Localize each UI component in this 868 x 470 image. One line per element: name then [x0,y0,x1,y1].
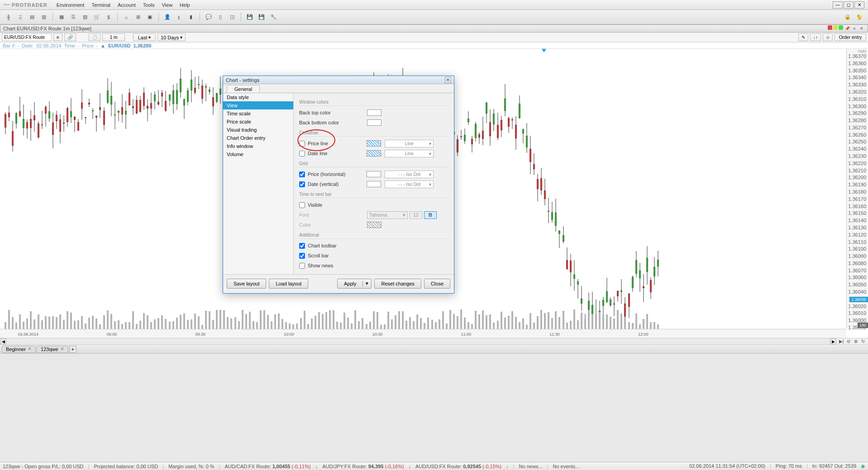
close-dialog-button[interactable]: Close [424,279,450,289]
tool-list-icon[interactable]: ☰ [68,12,78,22]
tool-candle-icon[interactable]: Ξ [15,12,25,22]
tool-saveas-icon[interactable]: 💾 [257,12,267,22]
menu-help[interactable]: Help [180,2,190,8]
tool-save-icon[interactable]: 💾 [245,12,255,22]
timeframe-select[interactable]: 1 m [102,33,125,41]
tool-news-icon[interactable]: ▦ [57,12,67,22]
tool-doc-icon[interactable]: ▯ [215,12,225,22]
price-horizontal-checkbox[interactable] [299,171,305,177]
x-axis[interactable]: 02.06.201409:0009:3010:0010:3011:0011:30… [0,329,846,338]
time-color-swatch[interactable] [367,222,382,228]
panel-close-icon[interactable]: ✕ [858,25,865,32]
chart-scrollbar[interactable]: ◀ ▶ ▶| ⊖ ⊕ ↻ [0,338,868,345]
panel-menu-icon[interactable]: ≡ [851,25,858,32]
font-select[interactable]: Tahoma [367,211,408,219]
scroll-track[interactable] [6,338,830,344]
panel-pill-yellow[interactable] [833,25,838,30]
menu-terminal[interactable]: Terminal [91,2,110,8]
tool-user-icon[interactable]: 👤 [162,12,172,22]
symbol-link-button[interactable]: 🔗 [64,33,76,41]
panel-pill-green[interactable] [839,25,843,30]
cat-icon[interactable]: 🐈 [854,12,864,22]
price-line-style-select[interactable]: Line [385,140,434,147]
save-layout-button[interactable]: Save layout [227,279,266,289]
sidebar-item-price-scale[interactable]: Price scale [223,118,293,126]
tool-scan-icon[interactable]: ⌕ [121,12,131,22]
price-h-style-select[interactable]: - - - Iso Dot [385,171,434,178]
tool-levels-icon[interactable]: ⫿ [174,12,184,22]
auto-scale-label[interactable]: Auto [858,49,866,53]
range-select[interactable]: 10 Days ▾ [157,33,186,41]
tool-lines-icon[interactable]: ╫ [4,12,14,22]
back-top-color-swatch[interactable] [367,109,382,116]
tool-clipboard-icon[interactable]: ▤ [27,12,37,22]
minimize-button[interactable]: — [833,1,843,9]
tool-panel-icon[interactable]: ▣ [145,12,155,22]
price-line-color-swatch[interactable] [367,140,381,147]
tool-chat-icon[interactable]: 💬 [204,12,214,22]
add-tab-button[interactable]: + [69,346,76,353]
close-icon[interactable]: ✕ [28,346,32,352]
sidebar-item-info-window[interactable]: Info window [223,142,293,150]
aggregation-select[interactable]: Last ▾ [133,33,156,41]
scroll-right-button[interactable]: ▶ [830,338,836,344]
tool-depth-icon[interactable]: ▥ [39,12,49,22]
panel-pin-icon[interactable]: 📌 [844,25,850,32]
indicator-icon[interactable]: ↓↑ [810,33,821,41]
close-icon[interactable]: ✕ [60,346,64,352]
tool-basket-icon[interactable]: 🛒 [92,12,102,22]
scroll-left-button[interactable]: ◀ [0,338,6,344]
crosshair-icon[interactable]: ⊹ [823,33,833,41]
visible-checkbox[interactable] [299,202,305,208]
menu-tools[interactable]: Tools [143,2,155,8]
dialog-titlebar[interactable]: Chart - settings ✕ [223,76,454,84]
apply-button[interactable]: Apply▾ [337,279,372,289]
back-bottom-color-swatch[interactable] [367,119,382,126]
show-news-checkbox[interactable] [299,263,305,269]
sidebar-item-visual-trading[interactable]: Visual trading [223,126,293,134]
sidebar-item-view[interactable]: View [223,101,293,109]
font-size-input[interactable] [410,211,422,219]
sidebar-item-time-scale[interactable]: Time scale [223,109,293,118]
date-v-color-swatch[interactable] [367,181,381,187]
dialog-close-button[interactable]: ✕ [445,77,451,83]
connection-icon[interactable]: ◉ [861,463,865,469]
scroll-end-button[interactable]: ▶| [838,338,844,344]
tool-money-icon[interactable]: $ [104,12,114,22]
tool-wrench-icon[interactable]: 🔧 [268,12,278,22]
price-line-checkbox[interactable] [299,141,305,147]
price-h-color-swatch[interactable] [367,171,381,177]
load-layout-button[interactable]: Load layout [269,279,308,289]
zoom-out-icon[interactable]: ⊖ [845,338,852,344]
close-button[interactable]: ✕ [854,1,864,9]
lock-icon[interactable]: 🔒 [843,12,853,22]
y-axis[interactable]: Auto 1.363701.363601.363501.363401.36330… [846,49,868,329]
sidebar-item-data-style[interactable]: Data style [223,93,293,101]
refresh-icon[interactable]: ↻ [860,338,866,344]
chart-toolbar-checkbox[interactable] [299,243,305,249]
tool-grid-icon[interactable]: ⊞ [133,12,143,22]
reset-changes-button[interactable]: Reset changes [374,279,421,289]
zoom-in-icon[interactable]: ⊕ [853,338,859,344]
maximize-button[interactable]: ◻ [844,1,854,9]
tool-folder-icon[interactable]: ◫ [227,12,237,22]
workspace-tab-123qwe[interactable]: 123qwe✕ [37,346,68,353]
scroll-bar-checkbox[interactable] [299,253,305,259]
menu-environment[interactable]: Environment [57,2,85,8]
date-v-style-select[interactable]: - - - Iso Dot [385,180,434,188]
menu-account[interactable]: Account [118,2,136,8]
date-vertical-checkbox[interactable] [299,181,305,187]
date-line-checkbox[interactable] [299,151,305,157]
symbol-input[interactable] [2,33,52,41]
date-line-style-select[interactable]: Line [385,150,434,157]
tab-general[interactable]: General [227,85,260,93]
workspace-tab-beginner[interactable]: Beginner✕ [2,346,36,353]
sidebar-item-volume[interactable]: Volume [223,150,293,158]
menu-view[interactable]: View [162,2,172,8]
date-line-color-swatch[interactable] [367,150,381,157]
pencil-icon[interactable]: ✎ [798,33,808,41]
symbol-list-button[interactable]: ≡ [53,33,62,41]
font-bold-button[interactable]: B [424,211,437,219]
clock-button[interactable]: 🕐 [89,33,100,41]
sidebar-item-chart-order-entry[interactable]: Chart Order entry [223,134,293,142]
